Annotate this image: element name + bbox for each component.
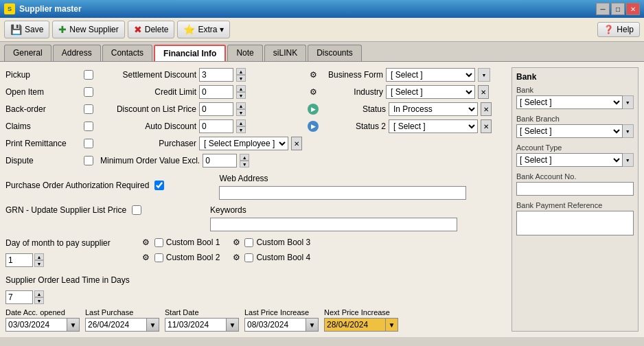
tab-note[interactable]: Note [227, 45, 262, 61]
credit-limit-down[interactable]: ▼ [236, 92, 246, 99]
purchaser-select[interactable]: [ Select Employee ] [199, 137, 288, 150]
auto-discount-label: Auto Discount [100, 122, 196, 131]
po-auth-checkbox[interactable] [154, 181, 164, 190]
backorder-row: Back-order [5, 102, 95, 117]
lead-time-up[interactable]: ▲ [34, 290, 44, 297]
help-button[interactable]: ❓ Help [597, 22, 640, 37]
last-purchase-picker[interactable]: ▼ [147, 318, 159, 332]
min-order-up[interactable]: ▲ [240, 154, 249, 161]
last-price-increase-input[interactable] [244, 318, 306, 332]
next-price-increase-picker[interactable]: ▼ [386, 318, 398, 332]
status-select[interactable]: In Process [389, 102, 478, 116]
credit-limit-input[interactable] [199, 85, 233, 99]
date-acc-input[interactable] [5, 318, 67, 332]
min-order-down[interactable]: ▼ [240, 161, 249, 168]
status2-select[interactable]: [ Select ] [389, 119, 478, 133]
day-month-up[interactable]: ▲ [34, 253, 44, 260]
status2-icon: ▶ [308, 121, 319, 132]
start-date-input[interactable] [165, 318, 227, 332]
discount-list-price-up[interactable]: ▲ [236, 102, 246, 109]
last-purchase-input[interactable] [85, 318, 147, 332]
custom-bool1-checkbox[interactable] [154, 238, 163, 247]
last-price-increase-picker[interactable]: ▼ [306, 318, 319, 332]
delete-button[interactable]: ✖ Delete [128, 21, 175, 38]
bank-dropdown-icon[interactable]: ▼ [623, 95, 634, 109]
status-clear-button[interactable]: ✕ [481, 102, 492, 116]
account-type-label: Account Type [516, 143, 634, 152]
custom-bool1-gear: ⚙ [141, 237, 152, 248]
bank-branch-dropdown-icon[interactable]: ▼ [623, 124, 634, 138]
status2-clear-button[interactable]: ✕ [481, 119, 492, 133]
discount-list-price-input[interactable] [199, 102, 233, 116]
po-auth-label: Purchase Order Authorization Required [5, 181, 149, 190]
lead-time-input[interactable] [5, 290, 33, 304]
close-button[interactable]: ✕ [626, 3, 640, 15]
auto-discount-input[interactable] [199, 119, 233, 133]
settlement-discount-down[interactable]: ▼ [236, 75, 246, 82]
start-date-picker[interactable]: ▼ [227, 318, 239, 332]
industry-select[interactable]: [ Select ] [386, 85, 475, 99]
keywords-input[interactable] [210, 218, 457, 231]
extra-button[interactable]: ⭐ Extra ▾ [177, 21, 230, 38]
grn-label: GRN - Update Supplier List Price [5, 205, 126, 215]
business-form-row: ⚙ Business Form [ Select ] ▼ [308, 67, 492, 82]
openitem-checkbox[interactable] [84, 87, 93, 97]
claims-label: Claims [5, 122, 81, 131]
bottom-dates-section: Date Acc. opened ▼ Last Purchase ▼ Start… [5, 308, 506, 332]
tab-contacts[interactable]: Contacts [102, 45, 152, 61]
backorder-label: Back-order [5, 104, 81, 114]
web-address-row: Web Address [219, 171, 506, 186]
bank-branch-select[interactable]: [ Select ] [516, 124, 623, 138]
custom-bool4-checkbox[interactable] [244, 253, 253, 262]
claims-row: Claims [5, 119, 95, 134]
dispute-label: Dispute [5, 156, 81, 165]
last-price-increase-label: Last Price Increase [244, 308, 319, 316]
day-month-input[interactable] [5, 253, 33, 267]
status-icon: ▶ [308, 104, 319, 115]
date-acc-picker[interactable]: ▼ [67, 318, 80, 332]
discount-list-price-down[interactable]: ▼ [236, 109, 246, 116]
custom-bool2-checkbox[interactable] [154, 253, 163, 262]
dispute-checkbox[interactable] [84, 156, 93, 165]
tab-general[interactable]: General [4, 45, 51, 61]
tab-address[interactable]: Address [53, 45, 101, 61]
purchaser-label: Purchaser [100, 139, 196, 148]
extra-dropdown-icon: ▾ [220, 25, 224, 34]
day-month-down[interactable]: ▼ [34, 260, 44, 267]
settlement-discount-row: Settlement Discount ▲ ▼ [100, 67, 302, 82]
claims-checkbox[interactable] [84, 122, 93, 131]
bank-payment-ref-textarea[interactable] [516, 211, 634, 235]
custom-bool3-checkbox[interactable] [244, 238, 253, 247]
tab-financial-info[interactable]: Financial Info [154, 45, 226, 61]
pickup-checkbox[interactable] [84, 70, 93, 80]
auto-discount-down[interactable]: ▼ [236, 126, 246, 133]
web-address-label: Web Address [219, 174, 268, 183]
save-button[interactable]: 💾 Save [4, 21, 49, 38]
grn-checkbox[interactable] [132, 205, 141, 215]
new-supplier-button[interactable]: ✚ New Supplier [52, 21, 124, 38]
lead-time-down[interactable]: ▼ [34, 297, 44, 304]
settlement-discount-input[interactable] [199, 68, 233, 82]
backorder-checkbox[interactable] [84, 104, 93, 114]
min-order-input[interactable] [203, 154, 237, 168]
account-type-dropdown-icon[interactable]: ▼ [623, 153, 634, 167]
credit-limit-up[interactable]: ▲ [236, 85, 246, 92]
tab-discounts[interactable]: Discounts [308, 45, 362, 61]
business-form-gear-icon: ⚙ [308, 69, 319, 80]
business-form-dropdown[interactable]: ▼ [478, 68, 490, 82]
business-form-select[interactable]: [ Select ] [386, 68, 475, 82]
next-price-increase-input[interactable] [324, 318, 386, 332]
industry-clear-button[interactable]: ✕ [478, 85, 489, 99]
purchaser-clear-button[interactable]: ✕ [291, 137, 302, 150]
app-icon: S [4, 3, 15, 14]
tab-silink[interactable]: siLINK [264, 45, 306, 61]
bank-select[interactable]: [ Select ] [516, 95, 623, 109]
auto-discount-up[interactable]: ▲ [236, 119, 246, 126]
bank-account-no-input[interactable] [516, 182, 634, 196]
printremittance-checkbox[interactable] [84, 139, 93, 148]
account-type-select[interactable]: [ Select ] [516, 153, 623, 167]
settlement-discount-up[interactable]: ▲ [236, 68, 246, 75]
minimize-button[interactable]: ─ [596, 3, 610, 15]
web-address-input[interactable] [219, 186, 466, 200]
maximize-button[interactable]: □ [611, 3, 625, 15]
